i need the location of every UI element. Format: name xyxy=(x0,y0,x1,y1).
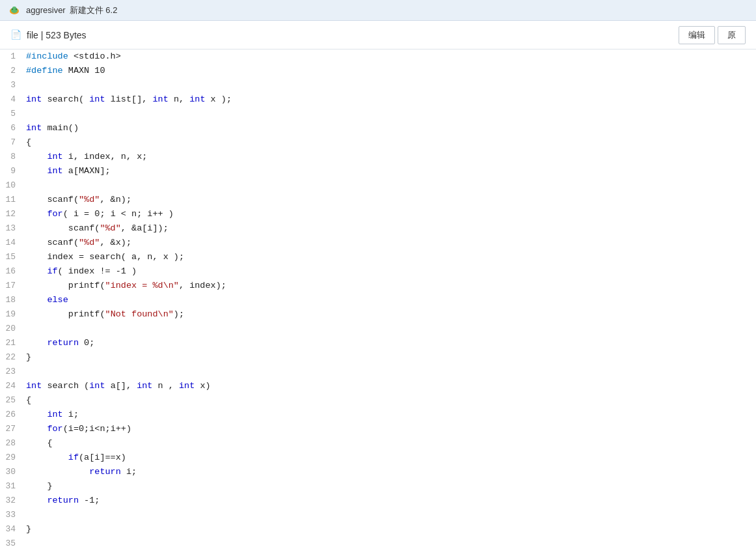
line-content: index = search( a, n, x ); xyxy=(23,250,756,264)
line-number: 7 xyxy=(0,135,23,150)
line-content: scanf("%d", &x); xyxy=(23,236,756,250)
line-number: 24 xyxy=(0,379,23,393)
line-number: 5 xyxy=(0,107,23,121)
line-number: 16 xyxy=(0,264,23,279)
line-content: int main() xyxy=(23,121,756,135)
line-content: { xyxy=(23,436,756,451)
table-row: 17 printf("index = %d\n", index); xyxy=(0,279,756,293)
line-number: 3 xyxy=(0,78,23,92)
line-number: 13 xyxy=(0,221,23,236)
line-content: { xyxy=(23,135,756,150)
line-number: 30 xyxy=(0,465,23,479)
edit-button[interactable]: 编辑 xyxy=(679,26,715,44)
table-row: 23 xyxy=(0,365,756,379)
table-row: 22} xyxy=(0,350,756,365)
file-icon: 📄 xyxy=(10,29,21,40)
file-label: file | 523 Bytes xyxy=(27,30,87,40)
line-content: for(i=0;i<n;i++) xyxy=(23,422,756,436)
line-content: return 0; xyxy=(23,336,756,350)
table-row: 18 else xyxy=(0,293,756,307)
line-content: scanf("%d", &n); xyxy=(23,193,756,207)
line-content: return i; xyxy=(23,465,756,479)
table-row: 27 for(i=0;i<n;i++) xyxy=(0,422,756,436)
table-row: 32 return -1; xyxy=(0,494,756,508)
app-logo xyxy=(8,4,21,17)
line-number: 32 xyxy=(0,494,23,508)
line-number: 10 xyxy=(0,178,23,193)
line-content: int i, index, n, x; xyxy=(23,150,756,164)
line-content: return -1; xyxy=(23,494,756,508)
line-number: 4 xyxy=(0,92,23,107)
line-number: 25 xyxy=(0,393,23,408)
line-content: printf("index = %d\n", index); xyxy=(23,279,756,293)
table-row: 34} xyxy=(0,522,756,537)
table-row: 25{ xyxy=(0,393,756,408)
line-content: printf("Not found\n"); xyxy=(23,307,756,322)
table-row: 26 int i; xyxy=(0,408,756,422)
table-row: 4int search( int list[], int n, int x ); xyxy=(0,92,756,107)
line-number: 34 xyxy=(0,522,23,537)
line-number: 14 xyxy=(0,236,23,250)
line-number: 6 xyxy=(0,121,23,135)
line-number: 15 xyxy=(0,250,23,264)
line-content: int i; xyxy=(23,408,756,422)
line-number: 20 xyxy=(0,322,23,336)
table-row: 6int main() xyxy=(0,121,756,135)
title-bar: aggresiver 新建文件 6.2 xyxy=(0,0,756,21)
table-row: 14 scanf("%d", &x); xyxy=(0,236,756,250)
line-content: #include <stdio.h> xyxy=(23,49,756,64)
line-number: 17 xyxy=(0,279,23,293)
table-row: 3 xyxy=(0,78,756,92)
original-button[interactable]: 原 xyxy=(718,26,746,44)
title-filename: 新建文件 6.2 xyxy=(70,5,118,16)
table-row: 12 for( i = 0; i < n; i++ ) xyxy=(0,207,756,221)
line-content: } xyxy=(23,350,756,365)
table-row: 13 scanf("%d", &a[i]); xyxy=(0,221,756,236)
line-content: } xyxy=(23,479,756,494)
line-number: 11 xyxy=(0,193,23,207)
line-content: scanf("%d", &a[i]); xyxy=(23,221,756,236)
table-row: 1#include <stdio.h> xyxy=(0,49,756,64)
line-number: 27 xyxy=(0,422,23,436)
line-number: 35 xyxy=(0,537,23,551)
table-row: 30 return i; xyxy=(0,465,756,479)
table-row: 31 } xyxy=(0,479,756,494)
table-row: 11 scanf("%d", &n); xyxy=(0,193,756,207)
line-content: #define MAXN 10 xyxy=(23,64,756,78)
table-row: 21 return 0; xyxy=(0,336,756,350)
table-row: 7{ xyxy=(0,135,756,150)
line-number: 18 xyxy=(0,293,23,307)
line-number: 28 xyxy=(0,436,23,451)
line-number: 1 xyxy=(0,49,23,64)
line-content: if( index != -1 ) xyxy=(23,264,756,279)
line-number: 31 xyxy=(0,479,23,494)
table-row: 33 xyxy=(0,508,756,522)
table-row: 20 xyxy=(0,322,756,336)
line-content: int search( int list[], int n, int x ); xyxy=(23,92,756,107)
line-number: 23 xyxy=(0,365,23,379)
table-row: 5 xyxy=(0,107,756,121)
table-row: 10 xyxy=(0,178,756,193)
table-row: 8 int i, index, n, x; xyxy=(0,150,756,164)
line-number: 9 xyxy=(0,164,23,178)
table-row: 15 index = search( a, n, x ); xyxy=(0,250,756,264)
svg-point-4 xyxy=(12,7,16,9)
line-number: 12 xyxy=(0,207,23,221)
line-number: 26 xyxy=(0,408,23,422)
line-content: else xyxy=(23,293,756,307)
table-row: 35 xyxy=(0,537,756,551)
toolbar-buttons: 编辑 原 xyxy=(679,26,746,44)
line-number: 2 xyxy=(0,64,23,78)
line-content: int a[MAXN]; xyxy=(23,164,756,178)
title-text: aggresiver xyxy=(26,5,66,15)
line-content: int search (int a[], int n , int x) xyxy=(23,379,756,393)
line-number: 33 xyxy=(0,508,23,522)
table-row: 19 printf("Not found\n"); xyxy=(0,307,756,322)
line-number: 8 xyxy=(0,150,23,164)
line-content: } xyxy=(23,522,756,537)
table-row: 2#define MAXN 10 xyxy=(0,64,756,78)
code-area[interactable]: 1#include <stdio.h>2#define MAXN 1034int… xyxy=(0,49,756,560)
line-content: for( i = 0; i < n; i++ ) xyxy=(23,207,756,221)
table-row: 24int search (int a[], int n , int x) xyxy=(0,379,756,393)
table-row: 16 if( index != -1 ) xyxy=(0,264,756,279)
